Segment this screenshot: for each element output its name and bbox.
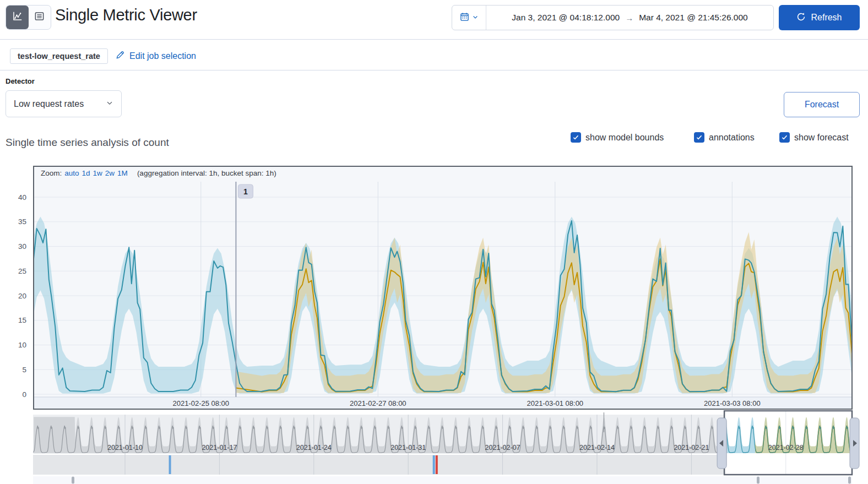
toggle-show-forecast[interactable]: show forecast [779, 132, 849, 143]
chevron-down-icon [106, 99, 113, 109]
page-title: Single Metric Viewer [55, 6, 197, 24]
swimlane-annotation-mark[interactable] [169, 455, 171, 474]
swimlane-annotation-mark[interactable] [433, 455, 435, 474]
chevron-down-icon [472, 13, 479, 23]
svg-text:2021-02-07: 2021-02-07 [485, 444, 520, 452]
detector-selected-value: Low request rates [14, 99, 106, 109]
date-range-end[interactable]: Mar 4, 2021 @ 21:45:26.000 [639, 13, 748, 23]
svg-text:2021-02-21: 2021-02-21 [674, 444, 709, 452]
line-chart-icon [12, 11, 23, 24]
drag-handle-pill[interactable] [72, 477, 74, 484]
edit-job-selection-link[interactable]: Edit job selection [116, 50, 196, 62]
toggle-label: show forecast [794, 133, 849, 143]
chart-view-button[interactable] [6, 6, 29, 29]
zoom-option-1w[interactable]: 1w [93, 169, 102, 177]
annotation-badge[interactable]: 1 [238, 184, 253, 198]
svg-text:2021-01-31: 2021-01-31 [390, 444, 426, 452]
svg-text:2021-02-27 08:00: 2021-02-27 08:00 [350, 399, 406, 407]
datepicker-quick-menu[interactable] [452, 6, 486, 30]
header-divider [0, 39, 868, 40]
toggle-show-model-bounds[interactable]: show model bounds [571, 132, 664, 143]
svg-text:1: 1 [243, 187, 248, 196]
date-range-start[interactable]: Jan 3, 2021 @ 04:18:12.000 [512, 13, 620, 23]
svg-text:20: 20 [18, 292, 26, 300]
section-heading: Single time series analysis of count [6, 137, 169, 149]
svg-text:2021-01-24: 2021-01-24 [296, 444, 332, 452]
toggle-label: show model bounds [585, 133, 664, 143]
refresh-label: Refresh [811, 13, 842, 23]
detector-label: Detector [6, 77, 35, 85]
svg-text:15: 15 [18, 316, 26, 324]
table-icon [34, 11, 45, 24]
svg-text:2021-01-10: 2021-01-10 [107, 444, 143, 452]
arrow-right-icon: → [625, 13, 633, 23]
focus-time-series-chart[interactable]: 05101520253035402021-02-25 08:002021-02-… [0, 165, 868, 410]
date-range-display[interactable]: Jan 3, 2021 @ 04:18:12.000 → Mar 4, 2021… [486, 6, 773, 30]
svg-text:10: 10 [18, 341, 26, 349]
svg-text:2021-02-14: 2021-02-14 [579, 444, 615, 452]
refresh-icon [796, 12, 806, 24]
svg-text:5: 5 [22, 366, 26, 374]
svg-text:2021-02-25 08:00: 2021-02-25 08:00 [172, 399, 229, 407]
svg-text:2021-01-17: 2021-01-17 [202, 444, 237, 452]
zoom-prefix: Zoom: [41, 169, 62, 177]
svg-text:0: 0 [22, 390, 26, 399]
brush-handle-left[interactable] [717, 418, 726, 469]
toggle-annotations[interactable]: annotations [694, 132, 755, 143]
detector-select[interactable]: Low request rates [6, 90, 122, 117]
edit-job-selection-label: Edit job selection [129, 51, 196, 61]
zoom-option-1d[interactable]: 1d [82, 169, 90, 177]
svg-text:40: 40 [18, 193, 26, 202]
svg-text:25: 25 [18, 267, 26, 275]
brush-handle-right[interactable] [850, 418, 859, 469]
job-id-badge: test-low_request_rate [10, 48, 108, 64]
svg-text:2021-02-28: 2021-02-28 [768, 444, 804, 452]
svg-text:2021-03-03 08:00: 2021-03-03 08:00 [704, 399, 761, 407]
svg-text:2021-03-01 08:00: 2021-03-01 08:00 [527, 399, 583, 407]
view-toggle-group [6, 5, 51, 30]
forecast-button[interactable]: Forecast [784, 92, 860, 117]
table-view-button[interactable] [29, 6, 51, 29]
zoom-option-2w[interactable]: 2w [105, 169, 115, 177]
zoom-controls: Zoom: auto 1d 1w 2w 1M (aggregation inte… [41, 169, 276, 177]
zoom-option-auto[interactable]: auto [64, 169, 79, 177]
drag-handle-pill[interactable] [757, 477, 760, 484]
context-chart-and-swimlane[interactable]: 2021-01-102021-01-172021-01-242021-01-31… [0, 410, 868, 484]
svg-text:35: 35 [18, 217, 26, 226]
svg-text:30: 30 [18, 242, 26, 251]
date-range-picker: Jan 3, 2021 @ 04:18:12.000 → Mar 4, 2021… [452, 5, 774, 30]
checkbox-checked-icon [779, 132, 790, 143]
pencil-icon [116, 50, 125, 62]
zoom-option-1M[interactable]: 1M [117, 169, 128, 177]
swimlane-annotation-mark[interactable] [436, 455, 438, 474]
toggle-label: annotations [709, 133, 755, 143]
refresh-button[interactable]: Refresh [779, 5, 860, 30]
checkbox-checked-icon [571, 132, 581, 143]
job-bar-divider [0, 70, 868, 70]
single-metric-viewer-page: Single Metric Viewer Jan 3, 2021 @ 04:18… [0, 0, 868, 484]
checkbox-checked-icon [694, 132, 704, 143]
drag-handle-pill[interactable] [848, 477, 851, 484]
calendar-icon [460, 12, 469, 24]
aggregation-note: (aggregation interval: 1h, bucket span: … [137, 169, 276, 177]
